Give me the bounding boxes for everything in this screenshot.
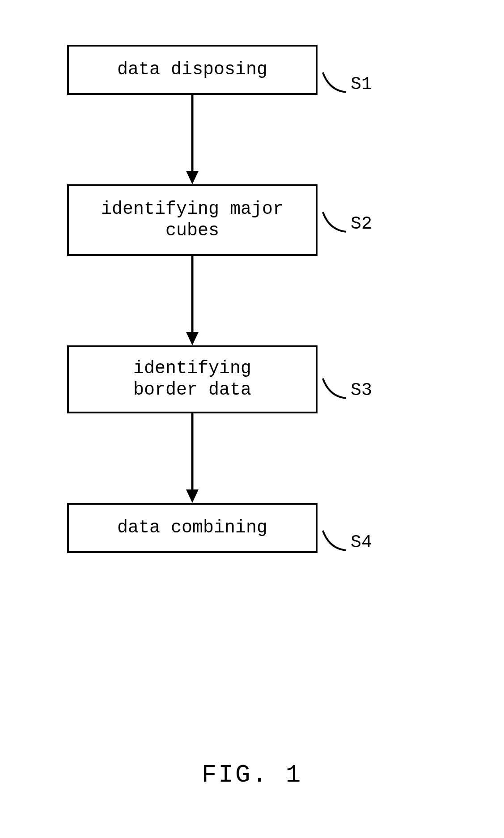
- step-text-4: data combining: [117, 518, 267, 538]
- label-connector-icon: [321, 377, 348, 404]
- flow-step-1: data disposing S1: [54, 45, 456, 95]
- svg-marker-1: [186, 171, 199, 184]
- step-box-1: data disposing: [67, 45, 318, 95]
- label-connector-icon: [321, 71, 348, 98]
- arrow-down-icon: [183, 256, 201, 345]
- step-text-2: identifying major cubes: [101, 199, 284, 241]
- step-text-3: identifying border data: [133, 358, 251, 400]
- step-label-2: S2: [351, 214, 372, 234]
- arrow-down-icon: [183, 413, 201, 503]
- flow-step-3: identifying border data S3: [54, 345, 456, 413]
- step-label-wrap-1: S1: [321, 71, 372, 98]
- flowchart: data disposing S1 identifying major cube…: [54, 45, 456, 553]
- step-text-1: data disposing: [117, 60, 267, 80]
- arrow-down-icon: [183, 95, 201, 184]
- flow-step-4: data combining S4: [54, 503, 456, 553]
- flow-step-2: identifying major cubes S2: [54, 184, 456, 256]
- step-label-3: S3: [351, 380, 372, 400]
- svg-marker-5: [186, 489, 199, 503]
- figure-caption: FIG. 1: [0, 761, 504, 789]
- step-label-wrap-2: S2: [321, 210, 372, 237]
- step-label-4: S4: [351, 532, 372, 553]
- arrow-3-4: [67, 413, 318, 503]
- label-connector-icon: [321, 529, 348, 556]
- step-label-wrap-3: S3: [321, 377, 372, 404]
- step-box-4: data combining: [67, 503, 318, 553]
- step-box-2: identifying major cubes: [67, 184, 318, 256]
- arrow-1-2: [67, 95, 318, 184]
- step-box-3: identifying border data: [67, 345, 318, 413]
- step-label-wrap-4: S4: [321, 529, 372, 556]
- svg-marker-3: [186, 332, 199, 345]
- label-connector-icon: [321, 210, 348, 237]
- step-label-1: S1: [351, 74, 372, 94]
- arrow-2-3: [67, 256, 318, 345]
